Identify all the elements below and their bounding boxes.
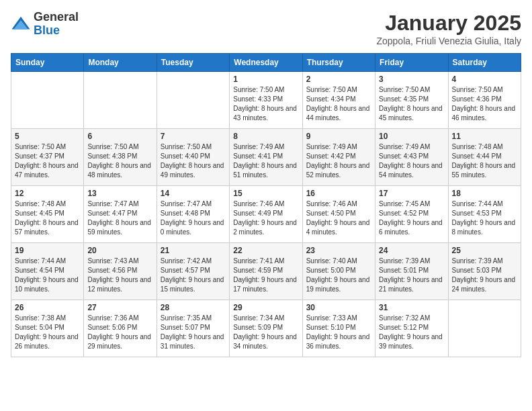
day-info: Sunrise: 7:44 AM Sunset: 4:54 PM Dayligh… (15, 257, 80, 294)
week-row-2: 12Sunrise: 7:48 AM Sunset: 4:45 PM Dayli… (11, 186, 521, 243)
day-number: 18 (452, 189, 517, 198)
day-cell: 22Sunrise: 7:41 AM Sunset: 4:59 PM Dayli… (230, 243, 302, 300)
day-info: Sunrise: 7:49 AM Sunset: 4:43 PM Dayligh… (379, 142, 444, 180)
logo: General Blue (11, 11, 79, 38)
day-cell: 28Sunrise: 7:35 AM Sunset: 5:07 PM Dayli… (157, 300, 229, 357)
day-cell: 10Sunrise: 7:49 AM Sunset: 4:43 PM Dayli… (375, 129, 448, 186)
day-cell: 27Sunrise: 7:36 AM Sunset: 5:06 PM Dayli… (84, 300, 157, 357)
day-cell: 9Sunrise: 7:49 AM Sunset: 4:42 PM Daylig… (302, 129, 375, 186)
day-info: Sunrise: 7:46 AM Sunset: 4:50 PM Dayligh… (306, 199, 371, 237)
header-row: SundayMondayTuesdayWednesdayThursdayFrid… (11, 54, 521, 72)
day-number: 27 (87, 303, 152, 312)
day-info: Sunrise: 7:44 AM Sunset: 4:53 PM Dayligh… (452, 199, 517, 237)
day-info: Sunrise: 7:49 AM Sunset: 4:42 PM Dayligh… (306, 142, 371, 180)
day-info: Sunrise: 7:32 AM Sunset: 5:12 PM Dayligh… (379, 314, 444, 351)
day-info: Sunrise: 7:38 AM Sunset: 5:04 PM Dayligh… (15, 314, 80, 351)
logo-text: General Blue (34, 11, 79, 38)
day-cell: 20Sunrise: 7:43 AM Sunset: 4:56 PM Dayli… (84, 243, 157, 300)
day-number: 19 (15, 246, 80, 255)
day-cell: 7Sunrise: 7:50 AM Sunset: 4:40 PM Daylig… (157, 129, 229, 186)
title-block: January 2025 Zoppola, Friuli Venezia Giu… (376, 11, 521, 46)
day-info: Sunrise: 7:48 AM Sunset: 4:45 PM Dayligh… (15, 199, 80, 237)
day-info: Sunrise: 7:33 AM Sunset: 5:10 PM Dayligh… (306, 314, 371, 351)
day-info: Sunrise: 7:45 AM Sunset: 4:52 PM Dayligh… (379, 199, 444, 237)
day-info: Sunrise: 7:50 AM Sunset: 4:40 PM Dayligh… (161, 142, 226, 180)
day-info: Sunrise: 7:48 AM Sunset: 4:44 PM Dayligh… (452, 142, 517, 180)
day-info: Sunrise: 7:50 AM Sunset: 4:36 PM Dayligh… (452, 85, 517, 123)
day-number: 21 (161, 246, 226, 255)
day-number: 10 (379, 132, 444, 141)
day-info: Sunrise: 7:42 AM Sunset: 4:57 PM Dayligh… (161, 257, 226, 294)
day-number: 11 (452, 132, 517, 141)
day-number: 9 (306, 132, 371, 141)
day-number: 22 (233, 246, 298, 255)
day-cell: 16Sunrise: 7:46 AM Sunset: 4:50 PM Dayli… (302, 186, 375, 243)
day-number: 29 (233, 303, 298, 312)
day-number: 6 (87, 132, 152, 141)
day-number: 3 (379, 75, 444, 84)
day-cell: 11Sunrise: 7:48 AM Sunset: 4:44 PM Dayli… (448, 129, 521, 186)
day-info: Sunrise: 7:50 AM Sunset: 4:38 PM Dayligh… (87, 142, 152, 180)
day-number: 20 (87, 246, 152, 255)
day-number: 8 (233, 132, 298, 141)
day-cell: 21Sunrise: 7:42 AM Sunset: 4:57 PM Dayli… (157, 243, 229, 300)
day-number: 23 (306, 246, 371, 255)
calendar-header: SundayMondayTuesdayWednesdayThursdayFrid… (11, 54, 521, 72)
day-cell: 4Sunrise: 7:50 AM Sunset: 4:36 PM Daylig… (448, 72, 521, 129)
day-cell: 12Sunrise: 7:48 AM Sunset: 4:45 PM Dayli… (11, 186, 84, 243)
header-cell-friday: Friday (375, 54, 448, 72)
day-info: Sunrise: 7:34 AM Sunset: 5:09 PM Dayligh… (233, 314, 298, 351)
day-cell: 26Sunrise: 7:38 AM Sunset: 5:04 PM Dayli… (11, 300, 84, 357)
day-cell: 30Sunrise: 7:33 AM Sunset: 5:10 PM Dayli… (302, 300, 375, 357)
day-number: 4 (452, 75, 517, 84)
day-info: Sunrise: 7:50 AM Sunset: 4:37 PM Dayligh… (15, 142, 80, 180)
day-info: Sunrise: 7:36 AM Sunset: 5:06 PM Dayligh… (87, 314, 152, 351)
day-cell (84, 72, 157, 129)
day-number: 17 (379, 189, 444, 198)
week-row-1: 5Sunrise: 7:50 AM Sunset: 4:37 PM Daylig… (11, 129, 521, 186)
day-cell: 29Sunrise: 7:34 AM Sunset: 5:09 PM Dayli… (230, 300, 302, 357)
week-row-4: 26Sunrise: 7:38 AM Sunset: 5:04 PM Dayli… (11, 300, 521, 357)
day-cell: 14Sunrise: 7:47 AM Sunset: 4:48 PM Dayli… (157, 186, 229, 243)
header-cell-wednesday: Wednesday (230, 54, 302, 72)
header-cell-saturday: Saturday (448, 54, 521, 72)
day-number: 13 (87, 189, 152, 198)
header-cell-thursday: Thursday (302, 54, 375, 72)
calendar-table: SundayMondayTuesdayWednesdayThursdayFrid… (11, 53, 521, 357)
week-row-3: 19Sunrise: 7:44 AM Sunset: 4:54 PM Dayli… (11, 243, 521, 300)
day-number: 16 (306, 189, 371, 198)
day-info: Sunrise: 7:50 AM Sunset: 4:33 PM Dayligh… (233, 85, 298, 123)
calendar-body: 1Sunrise: 7:50 AM Sunset: 4:33 PM Daylig… (11, 72, 521, 357)
day-cell: 6Sunrise: 7:50 AM Sunset: 4:38 PM Daylig… (84, 129, 157, 186)
day-cell: 3Sunrise: 7:50 AM Sunset: 4:35 PM Daylig… (375, 72, 448, 129)
month-title: January 2025 (376, 11, 521, 36)
day-info: Sunrise: 7:43 AM Sunset: 4:56 PM Dayligh… (87, 257, 152, 294)
day-number: 5 (15, 132, 80, 141)
day-number: 31 (379, 303, 444, 312)
day-number: 25 (452, 246, 517, 255)
day-cell (448, 300, 521, 357)
location-subtitle: Zoppola, Friuli Venezia Giulia, Italy (376, 36, 521, 46)
day-info: Sunrise: 7:41 AM Sunset: 4:59 PM Dayligh… (233, 257, 298, 294)
day-cell: 8Sunrise: 7:49 AM Sunset: 4:41 PM Daylig… (230, 129, 302, 186)
day-number: 14 (161, 189, 226, 198)
day-number: 1 (233, 75, 298, 84)
day-number: 7 (161, 132, 226, 141)
day-info: Sunrise: 7:50 AM Sunset: 4:34 PM Dayligh… (306, 85, 371, 123)
day-number: 26 (15, 303, 80, 312)
day-cell: 13Sunrise: 7:47 AM Sunset: 4:47 PM Dayli… (84, 186, 157, 243)
day-number: 12 (15, 189, 80, 198)
day-cell: 25Sunrise: 7:39 AM Sunset: 5:03 PM Dayli… (448, 243, 521, 300)
header-cell-tuesday: Tuesday (157, 54, 229, 72)
day-cell: 24Sunrise: 7:39 AM Sunset: 5:01 PM Dayli… (375, 243, 448, 300)
day-cell: 1Sunrise: 7:50 AM Sunset: 4:33 PM Daylig… (230, 72, 302, 129)
logo-icon (11, 14, 31, 34)
day-number: 15 (233, 189, 298, 198)
day-info: Sunrise: 7:49 AM Sunset: 4:41 PM Dayligh… (233, 142, 298, 180)
week-row-0: 1Sunrise: 7:50 AM Sunset: 4:33 PM Daylig… (11, 72, 521, 129)
page-header: General Blue January 2025 Zoppola, Friul… (11, 11, 521, 46)
day-info: Sunrise: 7:46 AM Sunset: 4:49 PM Dayligh… (233, 199, 298, 237)
day-info: Sunrise: 7:40 AM Sunset: 5:00 PM Dayligh… (306, 257, 371, 294)
day-info: Sunrise: 7:47 AM Sunset: 4:47 PM Dayligh… (87, 199, 152, 237)
day-number: 28 (161, 303, 226, 312)
